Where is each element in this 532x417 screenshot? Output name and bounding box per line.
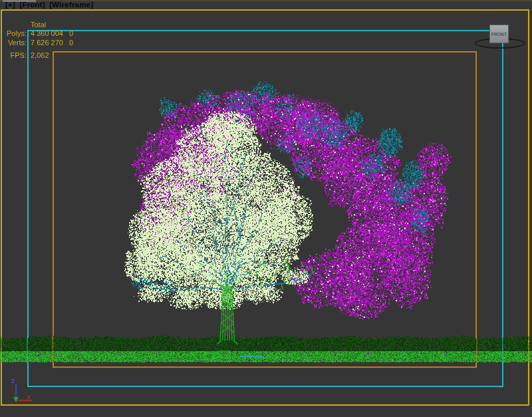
x-axis-label: x bbox=[27, 394, 31, 400]
stats-fps-value: 2,062 bbox=[31, 51, 49, 59]
y-axis-arrow bbox=[13, 397, 19, 402]
stats-polys-label: Polys: bbox=[0, 29, 27, 37]
stats-header: Total bbox=[31, 21, 46, 29]
z-axis-label: z bbox=[11, 377, 15, 384]
stats-fps-row: FPS:2,062 bbox=[0, 51, 49, 59]
stats-verts-label: Verts: bbox=[0, 39, 27, 47]
stats-verts-value: 7 626 270 bbox=[31, 39, 63, 47]
viewport-shading-menu[interactable]: [Wireframe] bbox=[49, 1, 93, 9]
stats-polys-value: 4 360 004 bbox=[31, 29, 63, 37]
viewport-scene-canvas[interactable] bbox=[0, 0, 532, 417]
stats-fps-label: FPS: bbox=[0, 51, 27, 59]
stats-polys-selected: 0 bbox=[69, 29, 73, 37]
viewcube-front-face[interactable]: FRONT bbox=[489, 25, 509, 43]
world-axis-gizmo: z x bbox=[1, 366, 40, 406]
viewport-front-wireframe[interactable]: [+] [Front] [Wireframe] Total Polys:4 36… bbox=[0, 0, 532, 417]
stats-verts-selected: 0 bbox=[69, 39, 73, 47]
stats-verts-row: Verts:7 626 2700 bbox=[0, 39, 73, 47]
stats-polys-row: Polys:4 360 0040 bbox=[0, 29, 73, 37]
top-left-ui-fragment bbox=[3, 0, 36, 2]
